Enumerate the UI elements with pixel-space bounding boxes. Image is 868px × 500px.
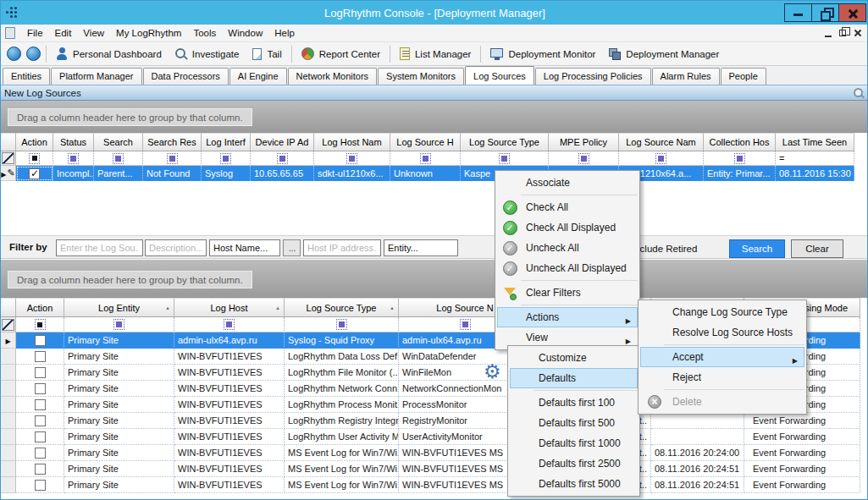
search-button[interactable]: Search <box>729 239 785 258</box>
menu-item-resolve-log-source-hosts[interactable]: Resolve Log Source Hosts <box>640 322 804 343</box>
filter-last-time-seen[interactable]: = <box>776 151 854 166</box>
tab-platform-manager[interactable]: Platform Manager <box>51 68 141 85</box>
entity-input[interactable] <box>384 239 458 256</box>
tab-log-sources[interactable]: Log Sources <box>465 66 534 85</box>
log-source-input[interactable] <box>56 239 143 256</box>
grid1-corner[interactable] <box>1 133 16 151</box>
tab-alarm-rules[interactable]: Alarm Rules <box>652 68 720 85</box>
col-log-source-type[interactable]: Log Source Type <box>461 133 549 151</box>
deployment-monitor-button[interactable]: Deployment Monitor <box>484 47 602 62</box>
list-manager-button[interactable]: List Manager <box>393 46 478 62</box>
tail-button[interactable]: Tail <box>246 47 288 62</box>
col-log-host-name[interactable]: Log Host Nam <box>314 133 390 151</box>
cell-action[interactable] <box>16 349 64 365</box>
filter-mpe-policy[interactable] <box>549 151 619 166</box>
menu-item-check-all-displayed[interactable]: Check All Displayed <box>497 217 638 238</box>
menu-item-defaults-first-500[interactable]: Defaults first 500 <box>510 413 638 433</box>
filter-action[interactable] <box>16 151 53 166</box>
menu-window[interactable]: Window <box>222 26 268 40</box>
col-search-result[interactable]: Search Res <box>143 133 202 151</box>
row-checkbox[interactable] <box>35 367 46 378</box>
menu-item-defaults-first-5000[interactable]: Defaults first 5000 <box>510 474 638 494</box>
tab-data-processors[interactable]: Data Processors <box>143 68 229 85</box>
menu-my-logrhythm[interactable]: My LogRhythm <box>110 26 187 40</box>
filter-device-ip[interactable] <box>251 151 314 166</box>
cell-action[interactable] <box>16 365 64 381</box>
tab-system-monitors[interactable]: System Monitors <box>378 68 464 85</box>
personal-dashboard-button[interactable]: Personal Dashboard <box>49 46 169 62</box>
more-button[interactable]: ... <box>283 239 301 256</box>
tab-ai-engine[interactable]: AI Engine <box>229 68 287 85</box>
menu-help[interactable]: Help <box>268 26 301 40</box>
cell-action[interactable] <box>16 461 64 477</box>
menu-item-actions[interactable]: Actions <box>497 307 638 327</box>
row-checkbox[interactable] <box>35 448 46 459</box>
investigate-button[interactable]: Investigate <box>169 47 246 62</box>
menu-item-clear-filters[interactable]: Clear Filters <box>497 283 638 303</box>
filter-log-source-type[interactable] <box>285 317 399 332</box>
filter-log-interface[interactable] <box>202 151 251 166</box>
globe-forward-icon[interactable] <box>26 47 41 61</box>
menu-item-uncheck-all[interactable]: Uncheck All <box>497 238 638 258</box>
row-checkbox[interactable] <box>35 464 46 475</box>
col-mpe-policy[interactable]: MPE Policy <box>549 133 619 151</box>
row-checkbox[interactable] <box>35 351 46 362</box>
filter-log-host[interactable] <box>174 317 285 332</box>
row-checkbox[interactable] <box>35 335 46 346</box>
col-search[interactable]: Search <box>94 133 143 151</box>
col-action[interactable]: Action <box>16 298 64 317</box>
table-row[interactable]: Primary Site WIN-BVFUTI1EVES MS Event Lo… <box>1 461 860 477</box>
row-checkbox[interactable] <box>35 480 46 491</box>
minimize-button[interactable] <box>784 3 812 22</box>
menu-tools[interactable]: Tools <box>187 26 222 40</box>
tab-entities[interactable]: Entities <box>3 68 50 85</box>
panel-search-icon[interactable] <box>854 88 863 97</box>
filter-search[interactable] <box>94 151 143 166</box>
tab-network-monitors[interactable]: Network Monitors <box>288 68 378 85</box>
col-status[interactable]: Status <box>53 133 94 151</box>
grid2-corner[interactable] <box>1 298 16 317</box>
filter-status[interactable] <box>53 151 94 166</box>
globe-back-icon[interactable] <box>7 47 21 61</box>
menu-edit[interactable]: Edit <box>49 26 78 40</box>
table-row[interactable]: Primary Site WIN-BVFUTI1EVES MS Event Lo… <box>1 445 860 461</box>
menu-item-defaults[interactable]: Defaults <box>510 368 638 388</box>
host-name-input[interactable] <box>209 239 280 256</box>
menu-item-defaults-first-2500[interactable]: Defaults first 2500 <box>510 453 638 474</box>
report-center-button[interactable]: Report Center <box>295 46 387 62</box>
table-row[interactable]: Primary Site WIN-BVFUTI1EVES LogRhythm R… <box>1 413 860 429</box>
col-log-entity[interactable]: Log Entity <box>64 298 174 317</box>
row-checkbox[interactable] <box>35 415 46 426</box>
col-device-ip[interactable]: Device IP Ad <box>251 133 314 151</box>
cell-action[interactable] <box>16 445 64 461</box>
mdi-restore-icon[interactable] <box>839 30 846 36</box>
filter-log-source-h[interactable] <box>390 151 461 166</box>
cell-action[interactable] <box>16 332 64 349</box>
mdi-minimize-icon[interactable] <box>825 36 832 37</box>
cell-action[interactable] <box>16 166 53 181</box>
menu-item-uncheck-all-displayed[interactable]: Uncheck All Displayed <box>497 258 638 278</box>
filter-log-source-type[interactable] <box>461 151 549 166</box>
menu-file[interactable]: File <box>21 26 49 40</box>
description-input[interactable] <box>145 239 207 256</box>
row-checkbox[interactable] <box>29 168 40 179</box>
cell-action[interactable] <box>16 477 64 493</box>
cell-action[interactable] <box>16 381 64 397</box>
menu-item-change-log-source-type[interactable]: Change Log Source Type <box>640 302 804 322</box>
col-log-source-h[interactable]: Log Source H <box>390 133 461 151</box>
deployment-manager-button[interactable]: Deployment Manager <box>602 47 726 62</box>
filter-log-host-name[interactable] <box>314 151 390 166</box>
filter-log-entity[interactable] <box>64 317 174 332</box>
row-checkbox[interactable] <box>35 431 46 442</box>
filter-search-result[interactable] <box>143 151 202 166</box>
col-collection-host[interactable]: Collection Hos <box>704 133 776 151</box>
col-log-interface[interactable]: Log Interf <box>202 133 251 151</box>
col-action[interactable]: Action <box>16 133 53 151</box>
table-row[interactable]: Primary Site WIN-BVFUTI1EVES LogRhythm U… <box>1 429 860 445</box>
cell-action[interactable] <box>16 429 64 445</box>
cell-action[interactable] <box>16 413 64 429</box>
col-log-host[interactable]: Log Host <box>174 298 285 317</box>
menu-item-accept[interactable]: Accept <box>640 347 804 367</box>
menu-item-associate[interactable]: Associate <box>497 173 638 193</box>
filter-collection-host[interactable] <box>704 151 776 166</box>
